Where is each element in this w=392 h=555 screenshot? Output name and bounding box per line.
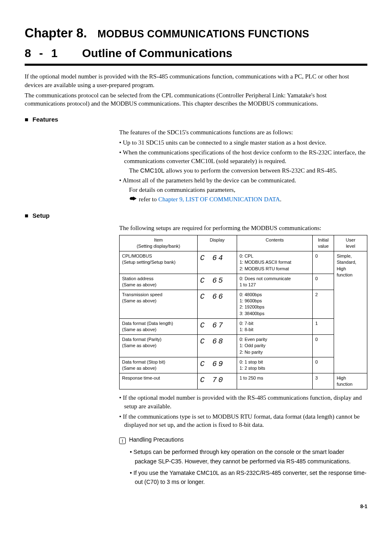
features-list: Up to 31 SDC15 units can be connected to… [119, 138, 367, 204]
features-item-1: Up to 31 SDC15 units can be connected to… [119, 138, 367, 147]
title-underline [25, 64, 367, 66]
intro-paragraph-1: If the optional model number is provided… [25, 72, 367, 89]
col-display: Display [198, 235, 237, 251]
table-row: Transmission speed(Same as above) C 66 0… [120, 290, 367, 319]
col-initial: Initial value [313, 235, 334, 251]
features-item-2: When the communications specifications o… [119, 148, 367, 175]
handling-precautions-heading: ! Handling Precautions [119, 436, 367, 444]
features-item-2-cont: The CMC10L allows you to perform the con… [124, 166, 367, 175]
chapter9-reference-link[interactable]: Chapter 9, LIST OF COMMUNICATION DATA [158, 196, 280, 203]
section-name: Outline of Communications [82, 47, 233, 60]
features-block: The features of the SDC15's communicatio… [119, 128, 367, 204]
page-number: 8-1 [25, 503, 367, 510]
intro-text: If the optional model number is provided… [25, 72, 367, 108]
display-code: C 70 [198, 373, 237, 389]
setup-note-1: If the optional model number is provided… [119, 394, 367, 410]
features-item-3-text: Almost all of the parameters held by the… [122, 177, 296, 184]
setup-lead: The following setups are required for pe… [119, 224, 367, 233]
features-item-3-line2: For details on communications parameters… [124, 186, 367, 194]
precaution-item-2: If you use the Yamatake CMC10L as an RS-… [130, 468, 367, 487]
caution-icon: ! [119, 438, 126, 444]
features-item-3: Almost all of the parameters held by the… [119, 176, 367, 204]
pointer-hand-icon [129, 196, 137, 204]
table-header-row: Item (Setting display/bank) Display Cont… [120, 235, 367, 251]
setup-heading: Setup [25, 212, 367, 220]
table-row: Station address(Same as above) C 65 0: D… [120, 274, 367, 290]
setup-table: Item (Setting display/bank) Display Cont… [119, 235, 367, 389]
col-user: User level [334, 235, 367, 251]
table-row: Response time-out C 70 1 to 250 ms 3 Hig… [120, 373, 367, 389]
features-item-2-text: When the communications specifications o… [123, 149, 366, 164]
precaution-item-1: Setups can be performed through key oper… [130, 447, 367, 466]
chapter-title: Chapter 8. MODBUS COMMUNICATIONS FUNCTIO… [25, 25, 367, 42]
display-code: C 69 [198, 357, 237, 373]
features-heading: Features [25, 115, 367, 124]
user-level-merged: Simple, Standard, High function [334, 251, 367, 373]
display-code: C 66 [198, 290, 237, 319]
features-lead: The features of the SDC15's communicatio… [119, 128, 367, 137]
col-item: Item (Setting display/bank) [120, 235, 198, 251]
features-item-3-ref: refer to Chapter 9, LIST OF COMMUNICATIO… [124, 195, 367, 204]
section-number: 8 - 1 [25, 46, 60, 62]
table-row: Data format (Parity)(Same as above) C 68… [120, 335, 367, 357]
setup-note-2: If the communications type is set to MOD… [119, 412, 367, 429]
setup-block: The following setups are required for pe… [119, 224, 367, 486]
table-row: CPL/MODBUS(Setup setting/Setup bank) C 6… [120, 251, 367, 274]
chapter-label: Chapter 8. [25, 26, 87, 40]
intro-paragraph-2: The communications protocol can be selec… [25, 91, 367, 108]
setup-notes: If the optional model number is provided… [119, 394, 367, 429]
precautions-list: Setups can be performed through key oper… [119, 447, 367, 487]
display-code: C 68 [198, 335, 237, 357]
table-row: Data format (Data length)(Same as above)… [120, 318, 367, 334]
cmc10l-label: CMC10L [140, 167, 164, 174]
display-code: C 65 [198, 274, 237, 290]
display-code: C 64 [198, 251, 237, 274]
display-code: C 67 [198, 318, 237, 334]
chapter-name: MODBUS COMMUNICATIONS FUNCTIONS [97, 28, 309, 39]
section-title: 8 - 1 Outline of Communications [25, 46, 367, 62]
table-row: Data format (Stop bit)(Same as above) C … [120, 357, 367, 373]
col-contents: Contents [237, 235, 312, 251]
